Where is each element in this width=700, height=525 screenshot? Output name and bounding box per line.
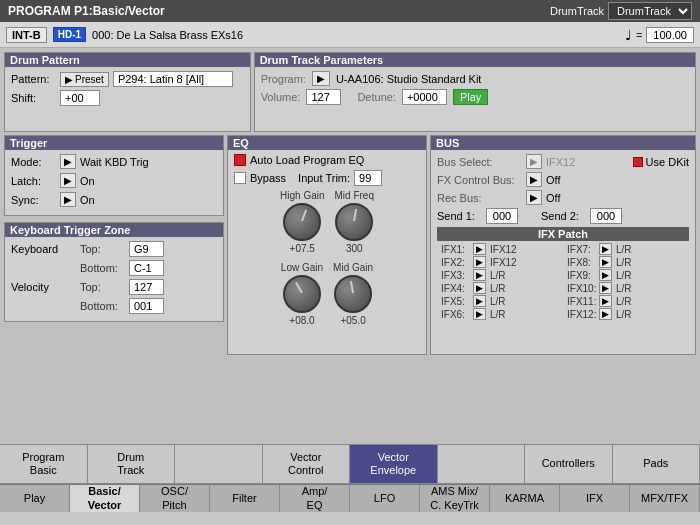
tab1-6[interactable]: Controllers	[525, 445, 613, 484]
tab1-1[interactable]: Drum Track	[88, 445, 176, 484]
send2-value[interactable]: 000	[590, 208, 622, 224]
tab2-9[interactable]: MFX/TFX	[630, 485, 700, 512]
kbd-bottom-value[interactable]: C-1	[129, 260, 164, 276]
tab1-2[interactable]	[175, 445, 263, 484]
high-gain-knob[interactable]	[283, 203, 321, 241]
sync-value: On	[80, 194, 95, 206]
bus-select-arrow[interactable]: ▶	[526, 154, 542, 169]
high-gain-value: +07.5	[290, 243, 315, 254]
rec-bus-arrow[interactable]: ▶	[526, 190, 542, 205]
mid-freq-value: 300	[346, 243, 363, 254]
main-content: Drum Pattern Pattern: ▶ Preset P294: Lat…	[0, 48, 700, 444]
tab2-4[interactable]: Amp/ EQ	[280, 485, 350, 512]
int-row: INT-B HD-1 000: De La Salsa Brass EXs16 …	[0, 22, 700, 48]
mid-gain-label: Mid Gain	[333, 262, 373, 273]
tab2-2[interactable]: OSC/ Pitch	[140, 485, 210, 512]
tab2-3[interactable]: Filter	[210, 485, 280, 512]
top-knob-row: High Gain +07.5 Mid Freq 300	[234, 190, 420, 254]
pattern-label: Pattern:	[11, 73, 56, 85]
tabs1: Program BasicDrum TrackVector ControlVec…	[0, 444, 700, 484]
velocity-label: Velocity	[11, 281, 66, 293]
latch-label: Latch:	[11, 175, 56, 187]
auto-load-row: Auto Load Program EQ	[234, 154, 420, 166]
eq-content: Auto Load Program EQ Bypass Input Trim: …	[228, 150, 426, 338]
volume-label: Volume:	[261, 91, 301, 103]
ifx-row-1-right: IFX8:▶L/R	[567, 256, 685, 268]
device-dropdown[interactable]: DrumTrack	[608, 2, 692, 20]
mode-row: Mode: ▶ Wait KBD Trig	[11, 154, 217, 169]
page-title: PROGRAM P1:Basic/Vector	[8, 4, 165, 18]
pattern-value: P294: Latin 8 [All]	[113, 71, 233, 87]
ifx-patch-title: IFX Patch	[437, 227, 689, 241]
tempo-value[interactable]: 100.00	[646, 27, 694, 43]
sync-arrow-btn[interactable]: ▶	[60, 192, 76, 207]
volume-value[interactable]: 127	[306, 89, 341, 105]
fx-control-arrow[interactable]: ▶	[526, 172, 542, 187]
play-button[interactable]: Play	[453, 89, 488, 105]
detune-value[interactable]: +0000	[402, 89, 447, 105]
fx-control-value: Off	[546, 174, 560, 186]
tempo-icon: ♩	[625, 27, 632, 43]
tab2-7[interactable]: KARMA	[490, 485, 560, 512]
rec-bus-value: Off	[546, 192, 560, 204]
mid-gain-value: +05.0	[340, 315, 365, 326]
preset-button[interactable]: ▶ Preset	[60, 72, 109, 87]
send1-value[interactable]: 000	[486, 208, 518, 224]
play-icon: ▶	[65, 74, 73, 85]
mode-arrow-btn[interactable]: ▶	[60, 154, 76, 169]
device-label: DrumTrack	[550, 5, 604, 17]
tab1-0[interactable]: Program Basic	[0, 445, 88, 484]
ifx-row-1-left: IFX2:▶IFX12	[441, 256, 559, 268]
tab1-3[interactable]: Vector Control	[263, 445, 351, 484]
bypass-checkbox[interactable]	[234, 172, 246, 184]
tab2-0[interactable]: Play	[0, 485, 70, 512]
ifx-row-5-right: IFX12:▶L/R	[567, 308, 685, 320]
mid-gain-knob[interactable]	[334, 275, 372, 313]
vel-bottom-value[interactable]: 001	[129, 298, 164, 314]
velocity-bottom-row: Bottom: 001	[11, 298, 217, 314]
bus-title: BUS	[431, 136, 695, 150]
tabs2: PlayBasic/ VectorOSC/ PitchFilterAmp/ EQ…	[0, 484, 700, 512]
int-b-label: INT-B	[6, 27, 47, 43]
low-gain-label: Low Gain	[281, 262, 323, 273]
trigger-content: Mode: ▶ Wait KBD Trig Latch: ▶ On Sync: …	[5, 150, 223, 215]
ifx-row-2-left: IFX3:▶L/R	[441, 269, 559, 281]
tab2-6[interactable]: AMS Mix/ C. KeyTrk	[420, 485, 490, 512]
row2: Trigger Mode: ▶ Wait KBD Trig Latch: ▶ O…	[4, 135, 696, 355]
tab1-4[interactable]: Vector Envelope	[350, 445, 438, 484]
fx-control-label: FX Control Bus:	[437, 174, 522, 186]
ifx-grid: IFX1:▶IFX12IFX7:▶L/RIFX2:▶IFX12IFX8:▶L/R…	[437, 241, 689, 322]
mode-label: Mode:	[11, 156, 56, 168]
shift-value[interactable]: +00	[60, 90, 100, 106]
drum-pattern-content: Pattern: ▶ Preset P294: Latin 8 [All] Sh…	[5, 67, 250, 113]
kbd-top-value[interactable]: G9	[129, 241, 164, 257]
use-dkit-checkbox[interactable]	[633, 157, 643, 167]
vel-top-value[interactable]: 127	[129, 279, 164, 295]
velocity-top-row: Velocity Top: 127	[11, 279, 217, 295]
bus-select-row: Bus Select: ▶ IFX12 Use DKit	[437, 154, 689, 169]
tab1-5[interactable]	[438, 445, 526, 484]
int-row-left: INT-B HD-1 000: De La Salsa Brass EXs16	[6, 27, 243, 43]
input-trim-value[interactable]: 99	[354, 170, 382, 186]
auto-load-label: Auto Load Program EQ	[250, 154, 364, 166]
low-gain-knob[interactable]	[283, 275, 321, 313]
mode-value: Wait KBD Trig	[80, 156, 149, 168]
mid-freq-label: Mid Freq	[335, 190, 374, 201]
volume-detune-row: Volume: 127 Detune: +0000 Play	[261, 89, 689, 105]
tab2-1[interactable]: Basic/ Vector	[70, 485, 140, 512]
latch-value: On	[80, 175, 95, 187]
sync-label: Sync:	[11, 194, 56, 206]
mid-freq-knob[interactable]	[335, 203, 373, 241]
tab1-7[interactable]: Pads	[613, 445, 701, 484]
latch-arrow-btn[interactable]: ▶	[60, 173, 76, 188]
program-value: U-AA106: Studio Standard Kit	[336, 73, 482, 85]
use-dkit-label: Use DKit	[646, 156, 689, 168]
ifx-row-0-left: IFX1:▶IFX12	[441, 243, 559, 255]
program-arrow-btn[interactable]: ▶	[312, 71, 330, 86]
ifx-patch-section: IFX Patch IFX1:▶IFX12IFX7:▶L/RIFX2:▶IFX1…	[437, 227, 689, 322]
auto-load-checkbox[interactable]	[234, 154, 246, 166]
tab2-8[interactable]: IFX	[560, 485, 630, 512]
tab2-5[interactable]: LFO	[350, 485, 420, 512]
program-row: Program: ▶ U-AA106: Studio Standard Kit	[261, 71, 689, 86]
int-row-right: ♩ = 100.00	[625, 27, 694, 43]
